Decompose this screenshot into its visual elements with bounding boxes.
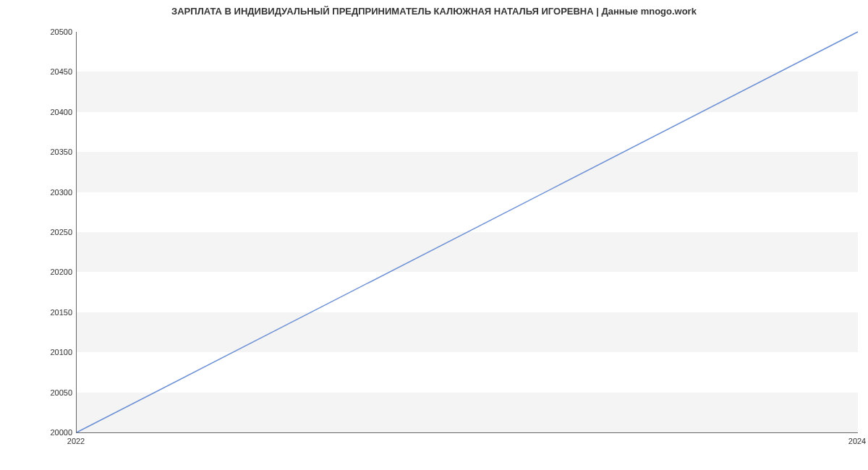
x-tick-label: 2024 xyxy=(848,437,866,445)
y-tick-label: 20100 xyxy=(29,348,72,356)
line-layer xyxy=(77,32,858,432)
y-tick-label: 20250 xyxy=(29,228,72,236)
y-tick-label: 20450 xyxy=(29,67,72,76)
plot-area xyxy=(76,32,858,433)
y-tick-label: 20400 xyxy=(29,108,72,116)
salary-chart: ЗАРПЛАТА В ИНДИВИДУАЛЬНЫЙ ПРЕДПРИНИМАТЕЛ… xyxy=(0,0,868,470)
y-tick-label: 20050 xyxy=(29,388,72,397)
x-tick-label: 2022 xyxy=(67,437,85,445)
y-tick-label: 20300 xyxy=(29,188,72,197)
series-line xyxy=(77,32,858,432)
y-tick-label: 20350 xyxy=(29,148,72,156)
y-tick-label: 20000 xyxy=(29,428,72,437)
chart-title: ЗАРПЛАТА В ИНДИВИДУАЛЬНЫЙ ПРЕДПРИНИМАТЕЛ… xyxy=(0,6,868,17)
y-tick-label: 20200 xyxy=(29,268,72,276)
y-tick-label: 20500 xyxy=(29,27,72,36)
y-tick-label: 20150 xyxy=(29,308,72,317)
